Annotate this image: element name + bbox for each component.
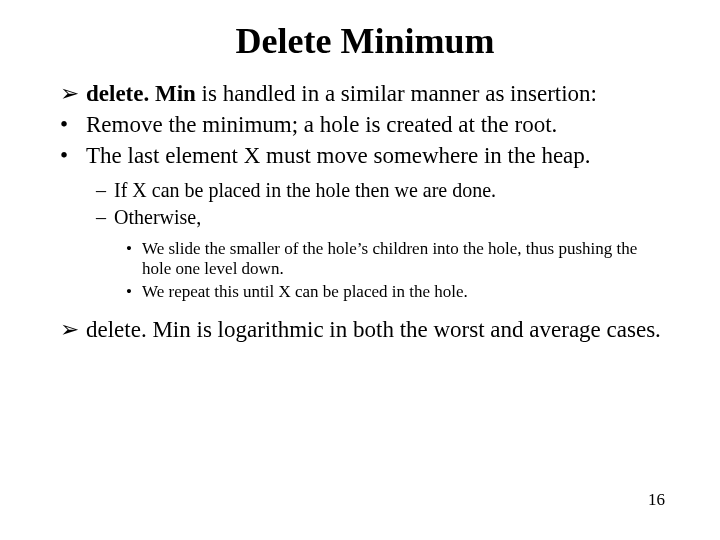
bullet-text: If X can be placed in the hole then we a… — [114, 179, 496, 201]
dot-icon: • — [60, 142, 68, 169]
bullet-text: We repeat this until X can be placed in … — [142, 282, 468, 301]
bullet-last-elem: • The last element X must move somewhere… — [60, 142, 670, 169]
page-title: Delete Minimum — [60, 20, 670, 62]
arrow-icon: ➢ — [60, 316, 79, 343]
dot-icon: • — [126, 239, 132, 259]
bullet-text: delete. Min is logarithmic in both the w… — [86, 317, 661, 342]
dot-icon: • — [60, 111, 68, 138]
bullet-text: We slide the smaller of the hole’s child… — [142, 239, 637, 278]
page-number: 16 — [648, 490, 665, 510]
slide: Delete Minimum ➢ delete. Min is handled … — [0, 0, 720, 540]
arrow-icon: ➢ — [60, 80, 79, 107]
bullet-text: Otherwise, — [114, 206, 201, 228]
bullet-text: Remove the minimum; a hole is created at… — [86, 112, 557, 137]
endash-icon: – — [96, 179, 106, 203]
subbullet-otherwise: – Otherwise, — [60, 206, 670, 230]
bullet-logarithmic: ➢ delete. Min is logarithmic in both the… — [60, 316, 670, 343]
subbullet-if-placed: – If X can be placed in the hole then we… — [60, 179, 670, 203]
subsub-slide-child: • We slide the smaller of the hole’s chi… — [60, 239, 670, 280]
dot-icon: • — [126, 282, 132, 302]
bullet-text: The last element X must move somewhere i… — [86, 143, 591, 168]
intro-bold: delete. Min — [86, 81, 196, 106]
bullet-intro: ➢ delete. Min is handled in a similar ma… — [60, 80, 670, 107]
intro-rest: is handled in a similar manner as insert… — [196, 81, 597, 106]
spacer — [60, 306, 670, 316]
endash-icon: – — [96, 206, 106, 230]
subsub-repeat: • We repeat this until X can be placed i… — [60, 282, 670, 302]
bullet-remove: • Remove the minimum; a hole is created … — [60, 111, 670, 138]
